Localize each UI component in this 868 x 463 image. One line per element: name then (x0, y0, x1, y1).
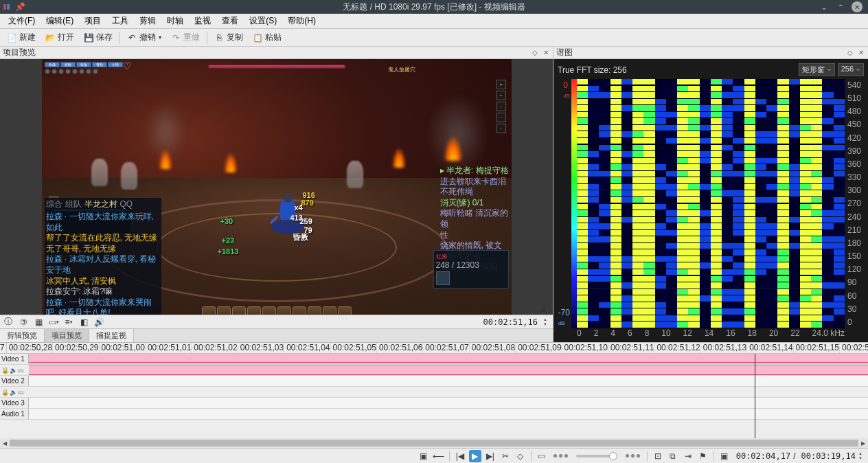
marker-button[interactable]: ◇ (514, 450, 527, 462)
main-toolbar: 📄新建 📂打开 💾保存 ↶撤销▾ ↷重做 ⎘复制 📋粘贴 (0, 29, 868, 47)
ruler-tick: 00:02:51,10 (562, 343, 608, 353)
timecode-toggle[interactable]: ▣ (718, 450, 731, 462)
menu-view[interactable]: 查看 (216, 14, 244, 28)
video-preview[interactable]: +30+23+1813916879x441325979昏厥 作战 技能 装备 背… (0, 59, 553, 315)
hide-icon[interactable]: ▭ (18, 367, 25, 374)
menu-file[interactable]: 文件(F) (3, 14, 41, 28)
save-button[interactable]: 💾保存 (80, 30, 117, 45)
copy-button[interactable]: ⎘复制 (210, 30, 247, 45)
tab-project-preview[interactable]: 项目预览 (45, 329, 89, 342)
menu-settings[interactable]: 设置(S) (244, 14, 282, 28)
panel-close-button[interactable]: ✕ (542, 49, 550, 57)
menu-monitor[interactable]: 监视 (189, 14, 216, 28)
scroll-left[interactable]: ◀ (0, 438, 10, 448)
scroll-right[interactable]: ▶ (858, 438, 868, 448)
minimize-button[interactable]: ⌄ (819, 1, 830, 12)
track-head-v2[interactable]: Video 2 (0, 376, 29, 386)
track-v2[interactable] (29, 376, 868, 386)
menu-edit[interactable]: 编辑(E) (41, 14, 79, 28)
position-timecode: 00:02:04,17 (736, 451, 790, 461)
menu-tools[interactable]: 工具 (106, 14, 134, 28)
zone-button[interactable]: ▭ (536, 450, 548, 462)
time-rows-axis: 5405104804504203903603303002702402101801… (845, 79, 864, 328)
tab-capture-monitor[interactable]: 捕捉监视 (89, 329, 134, 342)
damage-number: +23 (222, 236, 235, 245)
timecode-down[interactable]: ▼ (543, 322, 550, 327)
timecode-up[interactable]: ▲ (543, 317, 550, 322)
speaker-icon[interactable]: 🔈 (10, 389, 16, 396)
track-v1[interactable] (29, 354, 868, 364)
pos-down[interactable]: ▼ (858, 456, 865, 461)
hud-menu-item: 装备 (76, 62, 91, 67)
target-name: 红缘 (436, 253, 506, 260)
cut-button[interactable]: ✂ (499, 450, 512, 462)
panel-float-button[interactable]: ◇ (531, 49, 539, 57)
map-btn: · (496, 102, 506, 111)
panel-close-button[interactable]: ✕ (857, 49, 865, 57)
track-head-v3[interactable]: Video 3 (0, 398, 29, 408)
out-point-button[interactable]: ⟵ (433, 450, 445, 462)
menu-timeline[interactable]: 时轴 (161, 14, 189, 28)
panel-title: 谱图 (556, 47, 573, 58)
open-button[interactable]: 📂打开 (41, 30, 78, 45)
paste-button[interactable]: 📋粘贴 (249, 30, 286, 45)
damage-number: +1813 (218, 247, 239, 256)
pc-mode-icon[interactable]: ◧ (78, 317, 89, 328)
zoom-slider[interactable] (576, 455, 617, 458)
close-button[interactable]: ✕ (852, 1, 863, 12)
window-select[interactable]: 矩形窗 (799, 63, 835, 76)
pc-grid-icon[interactable]: ▦ (33, 317, 44, 328)
open-label: 打开 (58, 32, 74, 43)
timeline: 7 00:02:50,2800:02:50,2900:02:51,0000:02… (0, 342, 868, 448)
in-point-button[interactable]: ▣ (418, 450, 430, 462)
play-button[interactable]: ▶ (469, 450, 481, 462)
menubar: 文件(F) 编辑(E) 项目 工具 剪辑 时轴 监视 查看 设置(S) 帮助(H… (0, 14, 868, 29)
lock-icon[interactable]: 🔒 (1, 389, 8, 396)
hide-icon[interactable]: ▭ (18, 389, 25, 396)
svg-rect-1 (7, 4, 10, 10)
pc-info-icon[interactable]: ⓘ (3, 317, 14, 328)
ruler-start: 7 (0, 343, 7, 353)
hud-menu-item: 小镇 (108, 62, 123, 67)
chat-tab: QQ (120, 199, 133, 210)
target-hp: 248 / 12303 (436, 260, 506, 270)
track-head-v1[interactable]: Video 1 (0, 354, 29, 364)
playhead[interactable] (755, 354, 755, 438)
prev-button[interactable]: |◀ (454, 450, 466, 462)
copy-icon: ⎘ (214, 33, 224, 43)
speaker-icon[interactable]: 🔈 (10, 367, 16, 374)
dropdown-icon: ▾ (159, 34, 161, 41)
pin-icon[interactable]: 📌 (15, 2, 25, 12)
snap-button[interactable]: ⧉ (667, 450, 679, 462)
maximize-button[interactable]: ⌃ (835, 1, 846, 12)
guide-button[interactable]: ⇥ (682, 450, 694, 462)
pc-audio-icon[interactable]: 🔊 (93, 317, 104, 328)
freq-axis: 024681012141618202224.0 kHz (577, 328, 845, 338)
spectrogram-canvas[interactable] (577, 79, 845, 328)
pc-deinterlace-icon[interactable]: ≡▾ (63, 317, 74, 328)
timeline-scrollbar[interactable]: ◀ ▶ (0, 438, 868, 448)
undo-button[interactable]: ↶撤销▾ (123, 30, 165, 45)
fit-button[interactable]: ⊡ (652, 450, 664, 462)
menu-help[interactable]: 帮助(H) (282, 14, 321, 28)
resize-grip-icon[interactable]: ◢ (539, 304, 545, 313)
paste-label: 粘贴 (265, 32, 282, 43)
time-ruler[interactable]: 7 00:02:50,2800:02:50,2900:02:51,0000:02… (0, 343, 868, 354)
menu-project[interactable]: 项目 (79, 14, 106, 28)
lock-icon[interactable]: 🔒 (1, 367, 8, 374)
menu-clip[interactable]: 剪辑 (134, 14, 161, 28)
track-a1[interactable] (29, 409, 868, 419)
pc-cell-icon[interactable]: ③ (18, 317, 29, 328)
flag-button[interactable]: ⚑ (697, 450, 709, 462)
minimap-controls: + − · · · (496, 80, 509, 162)
panel-float-button[interactable]: ◇ (846, 49, 854, 57)
tab-clip-preview[interactable]: 剪辑预览 (0, 329, 45, 342)
track-head-a1[interactable]: Audio 1 (0, 409, 29, 419)
pc-fit-icon[interactable]: ▭▾ (48, 317, 59, 328)
track-v3[interactable] (29, 398, 868, 408)
chat-tab: 半龙之村 (84, 199, 117, 210)
new-button[interactable]: 📄新建 (3, 30, 40, 45)
fft-size-select[interactable]: 256 (838, 63, 864, 76)
next-button[interactable]: ▶| (484, 450, 496, 462)
pos-up[interactable]: ▲ (858, 451, 865, 456)
